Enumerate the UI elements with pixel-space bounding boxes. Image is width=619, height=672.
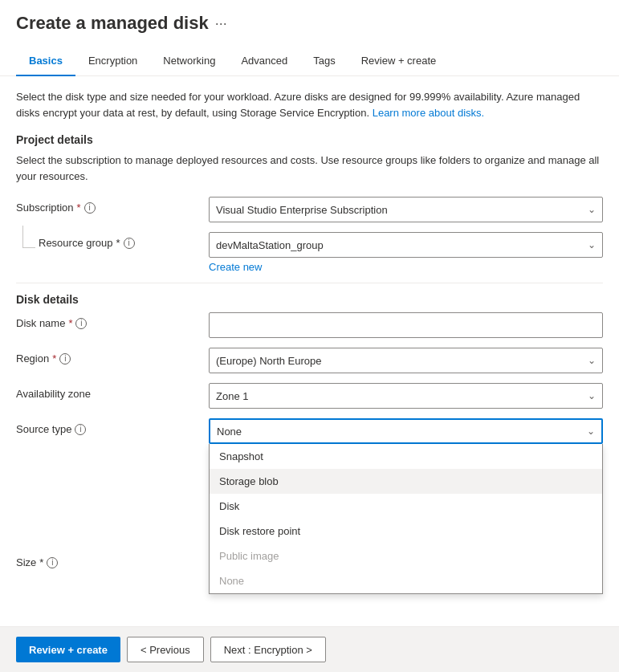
- source-type-info-icon[interactable]: i: [75, 424, 86, 435]
- page-title: Create a managed disk: [16, 13, 209, 34]
- resource-group-row: Resource group * i devMaltaStation_group…: [16, 232, 603, 258]
- dropdown-option-disk[interactable]: Disk: [210, 494, 602, 519]
- disk-details-section: Disk details Disk name * i Region * i (E…: [16, 293, 603, 568]
- footer: Review + create < Previous Next : Encryp…: [0, 626, 619, 672]
- size-label: Size * i: [16, 556, 209, 568]
- disk-name-row: Disk name * i: [16, 312, 603, 338]
- region-row: Region * i (Europe) North Europe ⌄: [16, 348, 603, 373]
- dropdown-option-snapshot[interactable]: Snapshot: [210, 444, 602, 469]
- region-info-icon[interactable]: i: [59, 353, 71, 365]
- availability-zone-chevron-icon: ⌄: [588, 390, 596, 401]
- page-header: Create a managed disk ···: [0, 0, 619, 47]
- subscription-select[interactable]: Visual Studio Enterprise Subscription ⌄: [209, 197, 603, 222]
- create-new-link[interactable]: Create new: [209, 261, 262, 273]
- resource-group-select[interactable]: devMaltaStation_group ⌄: [209, 232, 603, 258]
- size-info-icon[interactable]: i: [47, 557, 58, 568]
- subscription-chevron-icon: ⌄: [588, 204, 596, 215]
- page-description: Select the disk type and size needed for…: [16, 89, 603, 120]
- disk-name-info-icon[interactable]: i: [75, 318, 87, 329]
- tab-advanced[interactable]: Advanced: [228, 47, 300, 76]
- subscription-label: Subscription * i: [16, 197, 209, 214]
- tab-review-create[interactable]: Review + create: [348, 47, 450, 76]
- tab-tags[interactable]: Tags: [300, 47, 348, 76]
- previous-button[interactable]: < Previous: [127, 637, 204, 662]
- source-type-chevron-icon: ⌄: [587, 426, 595, 437]
- tab-bar: Basics Encryption Networking Advanced Ta…: [0, 47, 619, 76]
- resource-group-chevron-icon: ⌄: [588, 239, 596, 250]
- indent-line: [22, 226, 35, 248]
- main-content: Select the disk type and size needed for…: [0, 76, 619, 626]
- review-create-button[interactable]: Review + create: [16, 637, 120, 662]
- disk-name-input[interactable]: [209, 312, 603, 338]
- tab-encryption[interactable]: Encryption: [75, 47, 150, 76]
- ellipsis-button[interactable]: ···: [215, 15, 227, 32]
- resource-group-info-icon[interactable]: i: [124, 238, 135, 249]
- availability-zone-row: Availability zone Zone 1 ⌄: [16, 383, 603, 409]
- resource-group-label: Resource group * i: [39, 237, 135, 249]
- subscription-row: Subscription * i Visual Studio Enterpris…: [16, 197, 603, 222]
- dropdown-option-none[interactable]: None: [210, 568, 602, 593]
- subscription-info-icon[interactable]: i: [84, 202, 96, 214]
- source-type-select[interactable]: None ⌄: [209, 418, 603, 444]
- source-type-dropdown: Snapshot Storage blob Disk Disk restore …: [209, 444, 603, 594]
- learn-more-link[interactable]: Learn more about disks.: [373, 107, 484, 119]
- region-label: Region * i: [16, 348, 209, 365]
- tab-networking[interactable]: Networking: [150, 47, 228, 76]
- next-button[interactable]: Next : Encryption >: [210, 637, 326, 662]
- tab-basics[interactable]: Basics: [16, 47, 75, 76]
- dropdown-option-disk-restore-point[interactable]: Disk restore point: [210, 519, 602, 544]
- dropdown-option-storage-blob[interactable]: Storage blob: [210, 469, 602, 494]
- dropdown-option-public-image[interactable]: Public image: [210, 544, 602, 568]
- project-details-desc: Select the subscription to manage deploy…: [16, 153, 603, 184]
- source-type-label: Source type i: [16, 418, 209, 435]
- disk-details-title: Disk details: [16, 293, 603, 306]
- project-details-title: Project details: [16, 133, 603, 146]
- availability-zone-select[interactable]: Zone 1 ⌄: [209, 383, 603, 409]
- region-chevron-icon: ⌄: [588, 355, 596, 366]
- region-select[interactable]: (Europe) North Europe ⌄: [209, 348, 603, 373]
- disk-name-label: Disk name * i: [16, 312, 209, 329]
- source-type-row: Source type i None ⌄ Snapshot Storage bl…: [16, 418, 603, 444]
- availability-zone-label: Availability zone: [16, 383, 209, 400]
